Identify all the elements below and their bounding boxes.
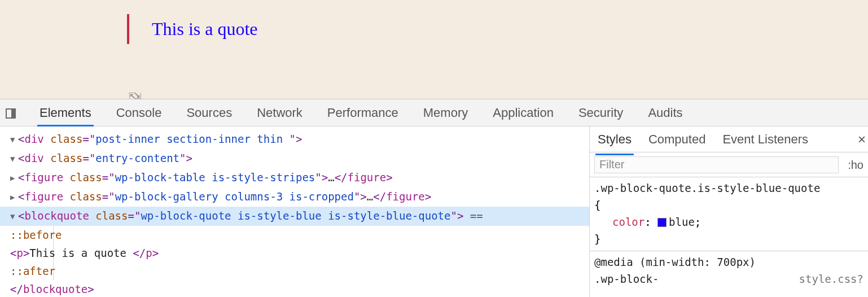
chevron-right-icon[interactable]: ▶: [10, 169, 18, 187]
dom-row-after[interactable]: ::after: [10, 262, 589, 280]
tab-memory[interactable]: Memory: [411, 99, 480, 126]
punct: ": [89, 133, 95, 145]
styles-tabbar: Styles Computed Event Listeners ×: [590, 126, 868, 152]
chevron-right-icon[interactable]: ▶: [10, 188, 18, 206]
attr-value: wp-block-table is-style-stripes: [115, 171, 315, 184]
punct: <: [18, 152, 24, 164]
ellipsis: …: [367, 190, 373, 203]
chevron-down-icon[interactable]: ▼: [10, 207, 18, 225]
attr-name: class: [70, 190, 102, 203]
attr-value: post-inner section-inner thin: [95, 133, 289, 145]
punct: =: [82, 133, 89, 145]
color-swatch[interactable]: [657, 218, 667, 227]
punct: =: [82, 152, 89, 164]
css-property[interactable]: color: [594, 216, 645, 228]
tab-performance[interactable]: Performance: [315, 99, 411, 126]
ellipsis: …: [328, 171, 334, 184]
tag-name: blockquote: [24, 209, 89, 222]
tag-name: figure: [24, 190, 63, 203]
styles-filter-input[interactable]: [594, 156, 839, 173]
devtools-panel: Elements Console Sources Network Perform…: [0, 99, 868, 297]
dom-row-before[interactable]: ::before: [10, 226, 589, 244]
punct: </: [335, 171, 348, 184]
punct: >: [425, 190, 431, 203]
tag-name: p: [16, 247, 23, 259]
tab-elements[interactable]: Elements: [27, 99, 104, 126]
page-viewport: This is a quote ⇱⇲: [0, 0, 868, 99]
punct: >: [360, 190, 366, 203]
tab-console[interactable]: Console: [104, 99, 174, 126]
css-declaration[interactable]: color: blue;: [594, 213, 863, 230]
tag-name: blockquote: [23, 283, 87, 295]
punct: </: [10, 283, 23, 295]
punct: =: [128, 209, 134, 222]
source-link[interactable]: style.css?: [799, 270, 863, 287]
brace-open: {: [594, 196, 863, 213]
tag-name: p: [146, 247, 152, 259]
rule-divider: [590, 251, 868, 251]
chevron-down-icon[interactable]: ▼: [10, 130, 18, 148]
dom-row-blockquote-selected[interactable]: ▼<blockquote class="wp-block-quote is-st…: [0, 207, 589, 226]
media-query[interactable]: @media (min-width: 700px): [594, 254, 863, 270]
dom-row-figure-table[interactable]: ▶<figure class="wp-block-table is-style-…: [10, 168, 589, 187]
tab-application[interactable]: Application: [480, 99, 566, 126]
dom-row-figure-gallery[interactable]: ▶<figure class="wp-block-gallery columns…: [10, 187, 589, 207]
punct: >: [322, 171, 328, 184]
attr-name: class: [70, 171, 102, 184]
close-icon[interactable]: ×: [858, 130, 868, 148]
pseudo-element: ::after: [10, 265, 55, 277]
punct: =: [102, 171, 108, 184]
tab-computed[interactable]: Computed: [647, 130, 707, 148]
dom-row-div-outer[interactable]: ▼<div class="post-inner section-inner th…: [10, 130, 589, 149]
blockquote-children: ::before <p>This is a quote </p> ::after: [10, 226, 589, 280]
punct: ": [108, 171, 115, 184]
dock-side-icon[interactable]: [6, 108, 16, 119]
pseudo-element: ::before: [10, 229, 62, 241]
colon: :: [645, 216, 657, 228]
css-selector[interactable]: .wp-block-: [594, 273, 659, 285]
attr-name: class: [95, 209, 128, 222]
punct: ": [315, 171, 321, 184]
punct: >: [23, 247, 29, 259]
devtools-tabbar: Elements Console Sources Network Perform…: [0, 99, 868, 126]
css-rule-line[interactable]: .wp-block- style.css?: [594, 270, 863, 287]
brace-close: }: [594, 230, 863, 247]
selected-marker: ==: [463, 209, 483, 222]
punct: </: [133, 247, 146, 259]
dom-row-div-entry[interactable]: ▼<div class="entry-content">: [10, 149, 589, 168]
styles-rules[interactable]: .wp-block-quote.is-style-blue-quote { co…: [590, 177, 868, 290]
attr-value: entry-content: [95, 152, 179, 164]
devtools-body: ▼<div class="post-inner section-inner th…: [0, 126, 868, 297]
punct: <: [18, 171, 24, 184]
attr-name: class: [50, 152, 82, 164]
punct: >: [186, 152, 192, 164]
tab-styles[interactable]: Styles: [597, 130, 633, 148]
tag-name: div: [24, 152, 43, 164]
punct: >: [152, 247, 159, 259]
tab-event-listeners[interactable]: Event Listeners: [721, 130, 809, 148]
dom-row-p[interactable]: <p>This is a quote </p>: [10, 244, 589, 262]
punct: >: [296, 133, 302, 145]
attr-value: wp-block-quote is-style-blue is-style-bl…: [141, 209, 450, 222]
tab-network[interactable]: Network: [244, 99, 315, 126]
punct: ": [290, 133, 296, 145]
punct: ": [108, 190, 115, 203]
punct: >: [457, 209, 463, 222]
tab-security[interactable]: Security: [566, 99, 635, 126]
hov-toggle[interactable]: :ho: [843, 156, 868, 174]
dom-tree[interactable]: ▼<div class="post-inner section-inner th…: [0, 126, 589, 297]
punct: <: [10, 247, 16, 259]
chevron-down-icon[interactable]: ▼: [10, 150, 18, 168]
tab-audits[interactable]: Audits: [635, 99, 695, 126]
tag-name: div: [24, 133, 43, 145]
css-selector[interactable]: .wp-block-quote.is-style-blue-quote: [594, 180, 863, 196]
css-value[interactable]: blue: [669, 216, 695, 228]
punct: ": [354, 190, 360, 203]
tag-name: figure: [386, 190, 425, 203]
tab-sources[interactable]: Sources: [174, 99, 244, 126]
semicolon: ;: [695, 216, 701, 228]
quote-text: This is a quote: [152, 19, 258, 39]
resize-handle-icon[interactable]: ⇱⇲: [129, 88, 140, 99]
dom-row-blockquote-close[interactable]: </blockquote>: [10, 280, 589, 297]
punct: ": [89, 152, 95, 164]
